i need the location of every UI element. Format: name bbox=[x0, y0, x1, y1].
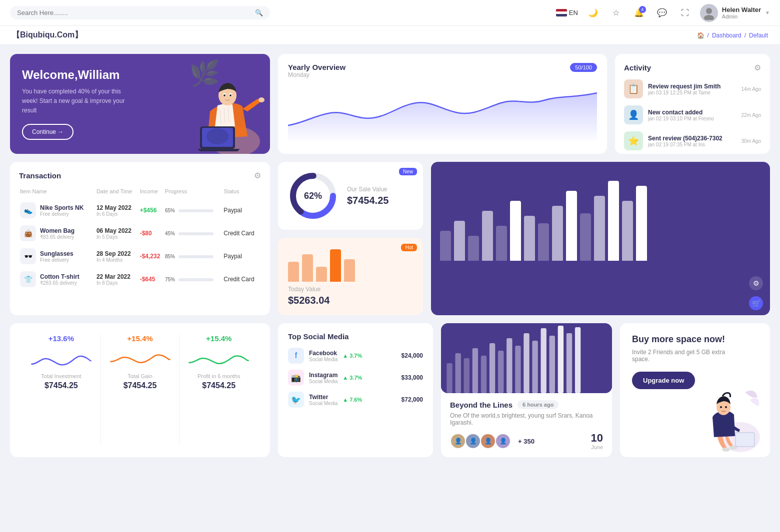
chart-cart-button[interactable]: 🛒 bbox=[749, 296, 763, 310]
upgrade-button[interactable]: Upgrade now bbox=[632, 372, 695, 389]
bookmark-icon[interactable]: ☆ bbox=[608, 5, 624, 21]
item-cell-2: 🕶️ Sunglasses Free delivery bbox=[20, 248, 96, 264]
social-title: Top Social Media bbox=[288, 332, 423, 341]
beyond-title: Beyond the Lines 6 hours ago bbox=[450, 400, 603, 409]
search-input[interactable] bbox=[17, 9, 251, 16]
svg-rect-21 bbox=[464, 358, 470, 393]
transaction-settings-button[interactable]: ⚙ bbox=[254, 171, 261, 180]
svg-rect-20 bbox=[456, 353, 461, 393]
activity-header: Activity ⚙ bbox=[624, 63, 761, 72]
svg-point-11 bbox=[258, 97, 264, 102]
instagram-icon: 📸 bbox=[288, 370, 304, 386]
item-date-0: 12 May 2022 In 6 Days bbox=[96, 199, 139, 221]
col-status: Status bbox=[224, 188, 260, 198]
social-item-instagram: 📸 Instagram Social Media ▲ 3.7% $33,000 bbox=[288, 370, 423, 386]
user-info[interactable]: Helen Walter Admin ▼ bbox=[700, 4, 770, 22]
item-icon-2: 🕶️ bbox=[20, 248, 36, 264]
svg-rect-23 bbox=[481, 356, 486, 393]
instagram-growth: ▲ 3.7% bbox=[342, 375, 362, 381]
notification-icon[interactable]: 🔔 4 bbox=[631, 5, 647, 21]
avatar-2: 👤 bbox=[465, 433, 481, 449]
today-info: Today Value $5263.04 bbox=[288, 286, 413, 306]
svg-rect-33 bbox=[566, 333, 572, 393]
user-name: Helen Walter bbox=[722, 6, 761, 13]
topnav-right: EN 🌙 ☆ 🔔 4 💬 ⛶ Helen Walter Admin ▼ bbox=[556, 4, 770, 22]
fullscreen-icon[interactable]: ⛶ bbox=[677, 5, 693, 21]
twitter-name: Twitter bbox=[309, 394, 338, 401]
bar-12 bbox=[594, 196, 605, 261]
beyond-time: 6 hours ago bbox=[518, 400, 558, 409]
continue-button[interactable]: Continue → bbox=[22, 124, 74, 140]
today-bar-2 bbox=[302, 254, 313, 282]
metric-profit: +15.4% Profit in 6 months $7454.25 bbox=[180, 334, 258, 446]
transaction-table: Item Name Date and Time Income Progress … bbox=[19, 187, 261, 291]
bar-1 bbox=[440, 231, 451, 261]
item-sub-0: Free delivery bbox=[40, 211, 84, 217]
beyond-date-label: June bbox=[591, 444, 603, 450]
transaction-card: Transaction ⚙ Item Name Date and Time In… bbox=[10, 162, 270, 315]
metric-pct-0: +13.6% bbox=[30, 334, 92, 343]
item-name-0: Nike Sports NK bbox=[40, 204, 84, 211]
beyond-date: 10 bbox=[591, 432, 603, 444]
brand-logo: 【Biqubiqu.Com】 bbox=[12, 30, 82, 40]
metric-gain: +15.4% Total Gain $7454.25 bbox=[101, 334, 180, 446]
col-item-name: Item Name bbox=[20, 188, 96, 198]
metric-label-0: Total Investment bbox=[30, 373, 92, 379]
search-bar[interactable]: 🔍 bbox=[10, 6, 270, 19]
activity-sub-0: jan 03 19 12:25 PM at Tame bbox=[648, 90, 736, 95]
row3: +13.6% Total Investment $7454.25 +15.4% … bbox=[10, 323, 770, 457]
today-bar-4 bbox=[330, 249, 341, 282]
beyond-content: Beyond the Lines 6 hours ago One Of the … bbox=[441, 393, 612, 457]
svg-point-10 bbox=[230, 94, 232, 96]
bar-15 bbox=[636, 186, 647, 261]
metric-value-0: $7454.25 bbox=[30, 381, 92, 390]
activity-image-2: ⭐ bbox=[624, 131, 643, 150]
today-value: $5263.04 bbox=[288, 295, 413, 306]
svg-point-40 bbox=[725, 406, 727, 408]
theme-toggle[interactable]: 🌙 bbox=[585, 5, 601, 21]
lang-label: EN bbox=[569, 9, 578, 16]
activity-text-1: New contact added jan 02 19 03:10 PM at … bbox=[648, 109, 736, 121]
chart-settings-button[interactable]: ⚙ bbox=[749, 276, 763, 290]
new-badge: New bbox=[399, 168, 417, 175]
language-selector[interactable]: EN bbox=[556, 9, 578, 16]
facebook-name: Facebook bbox=[309, 350, 338, 357]
item-date-1: 06 May 2022 In 5 Days bbox=[96, 222, 139, 244]
item-cell-0: 👟 Nike Sports NK Free delivery bbox=[20, 202, 96, 218]
sale-value: $7454.25 bbox=[347, 195, 413, 206]
svg-rect-42 bbox=[736, 433, 754, 446]
wave-chart-1 bbox=[109, 347, 172, 372]
col-income: Income bbox=[140, 188, 164, 198]
activity-time-0: 14m Ago bbox=[742, 86, 761, 92]
item-income-2: -$4,232 bbox=[140, 245, 164, 267]
wave-chart-2 bbox=[188, 347, 250, 372]
svg-rect-28 bbox=[524, 333, 529, 393]
item-progress-0: 65% bbox=[165, 199, 222, 221]
bar-chart-card: ⚙ 🛒 bbox=[431, 162, 770, 315]
activity-settings-button[interactable]: ⚙ bbox=[754, 63, 761, 72]
dashboard-link[interactable]: Dashboard bbox=[712, 32, 742, 39]
activity-time-1: 22m Ago bbox=[742, 112, 761, 118]
item-icon-1: 👜 bbox=[20, 225, 36, 241]
yearly-title: Yearly Overview bbox=[288, 63, 346, 71]
activity-sub-1: jan 02 19 03:10 PM at Fresno bbox=[648, 116, 736, 121]
beyond-avatars: 👤 👤 👤 👤 bbox=[450, 433, 511, 449]
chat-icon[interactable]: 💬 bbox=[654, 5, 670, 21]
buy-space-card: Buy more space now! Invite 2 Friends and… bbox=[620, 323, 770, 457]
svg-rect-26 bbox=[506, 338, 512, 393]
social-media-card: Top Social Media f Facebook Social Media… bbox=[278, 323, 433, 457]
search-icon: 🔍 bbox=[255, 9, 263, 16]
welcome-illustration bbox=[170, 59, 270, 154]
home-icon[interactable]: 🏠 bbox=[697, 32, 704, 39]
beyond-plus-count: + 350 bbox=[518, 438, 534, 445]
activity-item-0: 📋 Review request jim Smith jan 03 19 12:… bbox=[624, 79, 761, 98]
item-date-3: 22 Mar 2022 In 8 Days bbox=[96, 268, 139, 290]
svg-rect-29 bbox=[532, 341, 538, 393]
social-item-facebook: f Facebook Social Media ▲ 3.7% $24,000 bbox=[288, 348, 423, 364]
today-chart bbox=[288, 247, 413, 282]
donut-chart: 62% bbox=[288, 171, 338, 221]
today-value-card: Hot Today Value $5263.04 bbox=[278, 238, 423, 315]
user-role: Admin bbox=[722, 13, 761, 19]
metric-investment: +13.6% Total Investment $7454.25 bbox=[22, 334, 101, 446]
metric-pct-1: +15.4% bbox=[109, 334, 172, 343]
